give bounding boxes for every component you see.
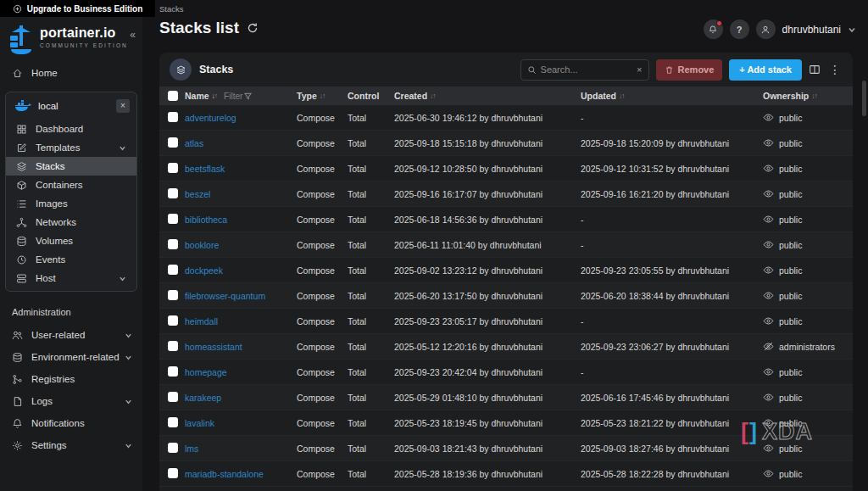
name-filter[interactable]: Filter <box>224 92 252 101</box>
stack-control: Total <box>348 164 394 174</box>
stack-control: Total <box>348 393 394 403</box>
stack-name-link[interactable]: bibliotheca <box>185 215 227 225</box>
sidebar-item-stacks[interactable]: Stacks <box>6 157 136 176</box>
stack-updated: 2025-09-23 23:05:55 by dhruvbhutani <box>581 265 763 276</box>
sidebar-item-label: Registries <box>31 374 75 384</box>
stack-name-link[interactable]: heimdall <box>185 316 218 326</box>
chevron-down-icon <box>125 354 132 361</box>
sidebar-item-host[interactable]: Host <box>6 269 136 287</box>
stack-type: Compose <box>297 342 348 352</box>
select-all-checkbox[interactable] <box>168 91 178 101</box>
kebab-menu-icon[interactable]: ⋮ <box>827 63 843 76</box>
row-checkbox[interactable] <box>168 265 178 275</box>
column-ownership[interactable]: Ownership↓↑ <box>763 91 853 101</box>
widget-stacks-icon <box>170 59 192 81</box>
row-checkbox[interactable] <box>168 468 178 478</box>
columns-icon[interactable] <box>809 64 821 75</box>
row-checkbox[interactable] <box>168 341 178 351</box>
stack-name-link[interactable]: dockpeek <box>185 265 223 276</box>
row-checkbox[interactable] <box>168 239 178 249</box>
stack-created: 2025-05-23 18:19:45 by dhruvbhutani <box>394 418 581 428</box>
column-name[interactable]: Name↓↑ Filter <box>185 91 297 101</box>
row-checkbox[interactable] <box>168 112 178 122</box>
breadcrumb[interactable]: Stacks <box>159 4 184 14</box>
stack-updated: 2025-05-28 18:22:28 by dhruvbhutani <box>581 469 763 479</box>
sidebar-item-registries[interactable]: Registries <box>0 368 142 390</box>
row-checkbox[interactable] <box>168 366 178 377</box>
stack-name-link[interactable]: homeassistant <box>185 342 242 352</box>
column-type[interactable]: Type↓↑ <box>297 91 348 101</box>
sidebar-item-settings[interactable]: Settings <box>0 434 142 456</box>
file-icon <box>12 396 23 407</box>
sidebar-item-dashboard[interactable]: Dashboard <box>6 120 136 138</box>
sidebar-item-containers[interactable]: Containers <box>6 176 136 194</box>
column-created[interactable]: Created↓↑ <box>394 91 581 101</box>
column-control[interactable]: Control <box>348 91 394 101</box>
sidebar-collapse-icon[interactable]: « <box>130 29 136 41</box>
row-checkbox[interactable] <box>168 290 178 300</box>
sidebar-item-events[interactable]: Events <box>6 250 136 269</box>
users-icon <box>12 330 23 341</box>
sidebar-item-templates[interactable]: Templates <box>6 138 136 157</box>
database-icon <box>16 236 27 247</box>
notifications-button[interactable] <box>704 20 723 39</box>
column-updated[interactable]: Updated↓↑ <box>581 91 763 101</box>
stack-name-link[interactable]: lms <box>185 444 198 454</box>
sidebar-item-home[interactable]: Home <box>0 63 142 83</box>
user-name[interactable]: dhruvbhutani <box>782 24 841 36</box>
eye-icon <box>763 163 774 174</box>
sidebar-item-label: Logs <box>31 396 53 406</box>
stack-name-link[interactable]: lavalink <box>185 418 214 428</box>
stack-name-link[interactable]: mariadb-standalone <box>185 469 264 479</box>
sidebar-item-volumes[interactable]: Volumes <box>6 232 136 250</box>
stack-name-link[interactable]: karakeep <box>185 393 221 403</box>
logo[interactable]: portainer.io COMMUNITY EDITION « <box>0 22 142 63</box>
environment-header[interactable]: local × <box>6 92 136 120</box>
remove-button[interactable]: Remove <box>656 59 723 81</box>
stack-control: Total <box>348 240 394 250</box>
add-stack-button[interactable]: + Add stack <box>729 59 802 81</box>
stack-ownership: public <box>763 392 853 403</box>
sidebar-item-notifications[interactable]: Notifications <box>0 412 142 434</box>
stack-name-link[interactable]: beszel <box>185 189 210 199</box>
stack-name-link[interactable]: adventurelog <box>185 113 236 123</box>
sidebar: portainer.io COMMUNITY EDITION « Home lo… <box>0 0 142 491</box>
stack-name-link[interactable]: atlas <box>185 138 203 148</box>
refresh-icon[interactable] <box>247 22 259 34</box>
environment-close-icon[interactable]: × <box>116 99 130 113</box>
eye-icon <box>763 137 774 148</box>
row-checkbox[interactable] <box>168 443 178 453</box>
row-checkbox[interactable] <box>168 188 178 198</box>
scrollbar-thumb[interactable] <box>862 81 866 116</box>
chevron-down-icon[interactable] <box>848 25 856 34</box>
row-checkbox[interactable] <box>168 417 178 427</box>
docker-whale-icon <box>14 100 31 112</box>
sidebar-item-label: Notifications <box>31 418 85 428</box>
sidebar-item-user-related[interactable]: User-related <box>0 324 142 346</box>
stack-control: Total <box>348 367 394 377</box>
search-clear-icon[interactable]: × <box>637 64 642 75</box>
stack-control: Total <box>348 189 394 199</box>
sidebar-item-environment-related[interactable]: Environment-related <box>0 346 142 368</box>
stack-name-link[interactable]: beetsflask <box>185 164 225 174</box>
stack-name-link[interactable]: homepage <box>185 367 227 377</box>
stack-name-link[interactable]: booklore <box>185 240 219 250</box>
upgrade-business-button[interactable]: Upgrade to Business Edition <box>0 0 155 17</box>
stack-ownership: public <box>763 366 853 377</box>
row-checkbox[interactable] <box>168 392 178 402</box>
row-checkbox[interactable] <box>168 214 178 224</box>
row-checkbox[interactable] <box>168 137 178 148</box>
gear-icon <box>12 440 23 451</box>
user-avatar[interactable] <box>756 20 776 39</box>
eye-icon <box>763 468 774 479</box>
sidebar-item-logs[interactable]: Logs <box>0 390 142 412</box>
sidebar-item-images[interactable]: Images <box>6 194 136 213</box>
sidebar-item-networks[interactable]: Networks <box>6 213 136 232</box>
stack-created: 2025-09-02 13:23:12 by dhruvbhutani <box>394 265 581 276</box>
help-button[interactable]: ? <box>730 20 749 39</box>
row-checkbox[interactable] <box>168 315 178 326</box>
stack-ownership: public <box>763 315 853 326</box>
row-checkbox[interactable] <box>168 163 178 173</box>
stack-name-link[interactable]: filebrowser-quantum <box>185 291 265 301</box>
search-input[interactable] <box>541 64 633 75</box>
